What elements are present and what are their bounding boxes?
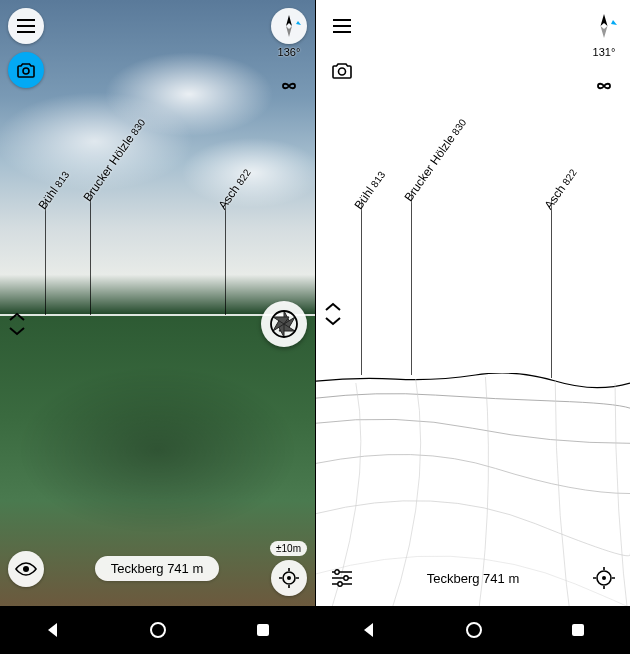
camera-icon [331,61,353,79]
camera-pane: 136° Bühl813Brucker Hölzle830Asch822 Tec… [0,0,315,654]
eye-icon [15,562,37,576]
svg-point-16 [338,582,342,586]
peak-name: Brucker Hölzle [402,132,458,204]
camera-toggle-button[interactable] [8,52,44,88]
settings-button[interactable] [324,560,360,596]
svg-point-15 [344,576,348,580]
peak-name: Bühl [352,184,377,212]
svg-marker-2 [286,26,292,37]
chevron-down-icon[interactable] [324,315,342,327]
heading-text: 131° [593,46,616,58]
visibility-button[interactable] [8,551,44,587]
peak-label: Asch822 [542,166,580,212]
peak-elevation: 830 [450,117,469,137]
nav-bar [0,606,315,654]
svg-marker-12 [601,26,608,38]
menu-button[interactable] [8,8,44,44]
svg-point-5 [23,566,29,572]
map-pane: 131° Bühl813Brucker Hölzle830Asch822 Tec… [315,0,630,654]
svg-marker-3 [296,21,301,25]
svg-marker-11 [601,14,608,26]
svg-point-10 [339,68,346,75]
gps-icon [279,568,299,588]
svg-rect-9 [257,624,269,636]
gps-icon [593,567,615,589]
peak-line [551,200,552,378]
svg-point-18 [602,576,606,580]
back-icon[interactable] [44,621,62,639]
peak-elevation: 813 [369,169,388,189]
compass-icon [591,13,617,39]
overlay-toggle-button[interactable] [271,68,307,104]
menu-icon [17,19,35,33]
svg-point-0 [23,68,29,74]
peak-line [411,192,412,375]
infinity-icon [278,79,300,93]
accuracy-chip: ±10m [270,541,307,556]
back-icon[interactable] [360,621,378,639]
recent-icon[interactable] [570,622,586,638]
home-icon[interactable] [149,621,167,639]
recent-icon[interactable] [255,622,271,638]
aperture-icon [269,309,299,339]
location-chip[interactable]: Teckberg 741 m [427,571,520,586]
overlay-toggle-button[interactable] [586,68,622,104]
compass-button[interactable] [271,8,307,44]
svg-point-8 [151,623,165,637]
infinity-icon [593,79,615,93]
svg-point-14 [335,570,339,574]
chevron-up-icon[interactable] [324,301,342,313]
locate-button[interactable] [271,560,307,596]
terrain-photo [0,314,315,654]
menu-icon [333,19,351,33]
svg-rect-20 [572,624,584,636]
svg-marker-13 [611,20,617,25]
chevron-down-icon[interactable] [8,325,26,337]
nav-bar [316,606,630,654]
menu-button[interactable] [324,8,360,44]
peak-elevation: 822 [560,167,579,187]
heading-text: 136° [278,46,301,58]
compass-icon [276,13,302,39]
camera-icon [16,62,36,78]
home-icon[interactable] [465,621,483,639]
camera-toggle-button[interactable] [324,52,360,88]
svg-point-19 [467,623,481,637]
peak-label: Brucker Hölzle830 [402,116,470,204]
peak-line [361,200,362,375]
peak-label: Bühl813 [352,168,389,212]
zoom-controls[interactable] [8,311,26,337]
compass-button[interactable] [586,8,622,44]
chevron-up-icon[interactable] [8,311,26,323]
svg-point-7 [287,576,291,580]
shutter-button[interactable] [261,301,307,347]
sliders-icon [332,569,352,587]
peak-name: Asch [542,182,569,212]
zoom-controls[interactable] [324,301,342,327]
location-chip[interactable]: Teckberg 741 m [95,556,220,581]
locate-button[interactable] [586,560,622,596]
svg-marker-1 [286,15,292,26]
